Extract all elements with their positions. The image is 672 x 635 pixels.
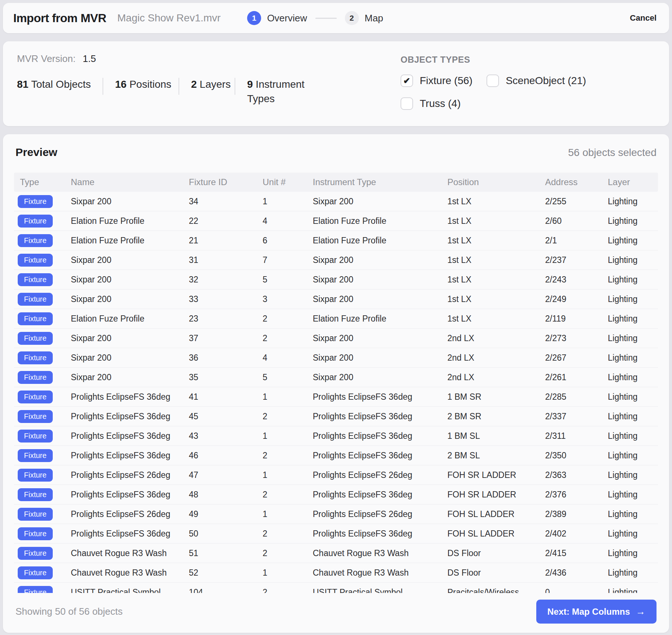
checkbox-fixture[interactable]: ✔ Fixture (56) [401,74,472,87]
table-row[interactable]: Fixture Prolights EclipseFS 36deg 45 2 P… [14,407,658,426]
cell-fixture-id: 37 [189,333,263,343]
cell-instrument-type: Sixpar 200 [313,255,447,265]
type-badge: Fixture [18,547,53,560]
cell-name: Elation Fuze Profile [71,314,189,324]
column-header-fixture-id: Fixture ID [189,177,263,187]
step-map[interactable]: 2 Map [345,11,384,25]
cell-address: 2/363 [545,470,608,480]
cell-address: 2/243 [545,275,608,285]
cell-instrument-type: Prolights EclipseFS 36deg [313,412,447,421]
cell-layer: Lighting [608,216,658,226]
checkbox-sceneobject[interactable]: ✔ SceneObject (21) [486,74,586,87]
checkbox-truss-box[interactable]: ✔ [401,97,413,110]
preview-table[interactable]: Type Name Fixture ID Unit # Instrument T… [14,173,658,593]
next-map-columns-button[interactable]: Next: Map Columns → [536,600,657,624]
cell-name: Prolights EclipseFS 36deg [71,451,189,461]
type-badge: Fixture [18,488,53,501]
cell-fixture-id: 104 [189,587,263,593]
cell-instrument-type: Sixpar 200 [313,353,447,363]
showing-count-text: Showing 50 of 56 objects [15,606,123,617]
cell-layer: Lighting [608,431,658,441]
cell-fixture-id: 34 [189,197,263,207]
cell-fixture-id: 52 [189,568,263,578]
stat-total-objects-label: Total Objects [31,79,91,90]
table-row[interactable]: Fixture Prolights EclipseFS 36deg 41 1 P… [14,387,658,407]
imported-file-name: Magic Show Rev1.mvr [117,12,221,24]
table-row[interactable]: Fixture Prolights EclipseFS 36deg 43 1 P… [14,426,658,446]
type-badge: Fixture [18,527,53,540]
cell-layer: Lighting [608,509,658,519]
cell-instrument-type: Sixpar 200 [313,333,447,343]
table-row[interactable]: Fixture Sixpar 200 32 5 Sixpar 200 1st L… [14,270,658,289]
cell-layer: Lighting [608,314,658,324]
step-2-circle: 2 [345,11,359,25]
table-row[interactable]: Fixture Elation Fuze Profile 21 6 Elatio… [14,231,658,250]
cell-name: Prolights EclipseFS 36deg [71,529,189,539]
preview-title: Preview [15,146,57,159]
table-row[interactable]: Fixture Sixpar 200 31 7 Sixpar 200 1st L… [14,250,658,270]
type-badge: Fixture [18,449,53,462]
checkbox-truss[interactable]: ✔ Truss (4) [401,97,461,110]
type-badge: Fixture [18,351,53,364]
cell-layer: Lighting [608,568,658,578]
cell-unit: 1 [263,509,313,519]
cell-type: Fixture [14,449,71,462]
table-row[interactable]: Fixture Sixpar 200 34 1 Sixpar 200 1st L… [14,192,658,211]
summary-stats-block: MVR Version: 1.5 81 Total Objects 16 Pos… [17,53,401,126]
type-badge: Fixture [18,391,53,403]
cell-layer: Lighting [608,294,658,304]
cancel-button[interactable]: Cancel [630,13,657,23]
cell-type: Fixture [14,391,71,403]
step-overview[interactable]: 1 Overview [247,11,307,25]
table-row[interactable]: Fixture Sixpar 200 33 3 Sixpar 200 1st L… [14,289,658,309]
cell-type: Fixture [14,488,71,501]
check-icon: ✔ [403,76,410,86]
cell-position: 2nd LX [447,353,545,363]
table-row[interactable]: Fixture Chauvet Rogue R3 Wash 51 2 Chauv… [14,544,658,563]
cell-type: Fixture [14,371,71,384]
cell-type: Fixture [14,215,71,228]
table-row[interactable]: Fixture Sixpar 200 35 5 Sixpar 200 2nd L… [14,368,658,387]
cell-type: Fixture [14,469,71,482]
cell-fixture-id: 32 [189,275,263,285]
cell-layer: Lighting [608,470,658,480]
table-row[interactable]: Fixture USITT Practical Symbol 104 2 USI… [14,583,658,593]
table-row[interactable]: Fixture Prolights EclipseFS 26deg 49 1 P… [14,504,658,524]
type-badge: Fixture [18,469,53,482]
table-row[interactable]: Fixture Elation Fuze Profile 22 4 Elatio… [14,211,658,231]
cell-type: Fixture [14,527,71,540]
cell-type: Fixture [14,332,71,345]
cell-name: USITT Practical Symbol [71,587,189,593]
table-header-row: Type Name Fixture ID Unit # Instrument T… [14,173,658,192]
cell-name: Sixpar 200 [71,197,189,207]
table-row[interactable]: Fixture Chauvet Rogue R3 Wash 52 1 Chauv… [14,563,658,583]
stat-positions-value: 16 [115,79,127,90]
stat-layers-value: 2 [191,79,197,90]
cell-instrument-type: Prolights EclipseFS 36deg [313,490,447,500]
type-badge: Fixture [18,430,53,443]
cell-name: Sixpar 200 [71,372,189,382]
cell-address: 2/267 [545,353,608,363]
cell-address: 2/273 [545,333,608,343]
checkbox-sceneobject-box[interactable]: ✔ [486,74,499,87]
cell-layer: Lighting [608,412,658,421]
table-row[interactable]: Fixture Sixpar 200 37 2 Sixpar 200 2nd L… [14,329,658,348]
cell-name: Elation Fuze Profile [71,236,189,246]
stat-layers-label: Layers [200,79,231,90]
table-row[interactable]: Fixture Prolights EclipseFS 36deg 50 2 P… [14,524,658,544]
table-row[interactable]: Fixture Elation Fuze Profile 23 2 Elatio… [14,309,658,329]
table-row[interactable]: Fixture Sixpar 200 36 4 Sixpar 200 2nd L… [14,348,658,368]
cell-address: 2/436 [545,568,608,578]
cell-fixture-id: 50 [189,529,263,539]
checkbox-fixture-box[interactable]: ✔ [401,74,413,87]
column-header-position: Position [447,177,545,187]
cell-type: Fixture [14,273,71,286]
cell-name: Sixpar 200 [71,333,189,343]
cell-instrument-type: Sixpar 200 [313,197,447,207]
cell-layer: Lighting [608,236,658,246]
cell-instrument-type: Sixpar 200 [313,275,447,285]
table-row[interactable]: Fixture Prolights EclipseFS 36deg 48 2 P… [14,485,658,504]
table-row[interactable]: Fixture Prolights EclipseFS 36deg 46 2 P… [14,446,658,465]
cell-unit: 2 [263,548,313,558]
table-row[interactable]: Fixture Prolights EclipseFS 26deg 47 1 P… [14,465,658,485]
